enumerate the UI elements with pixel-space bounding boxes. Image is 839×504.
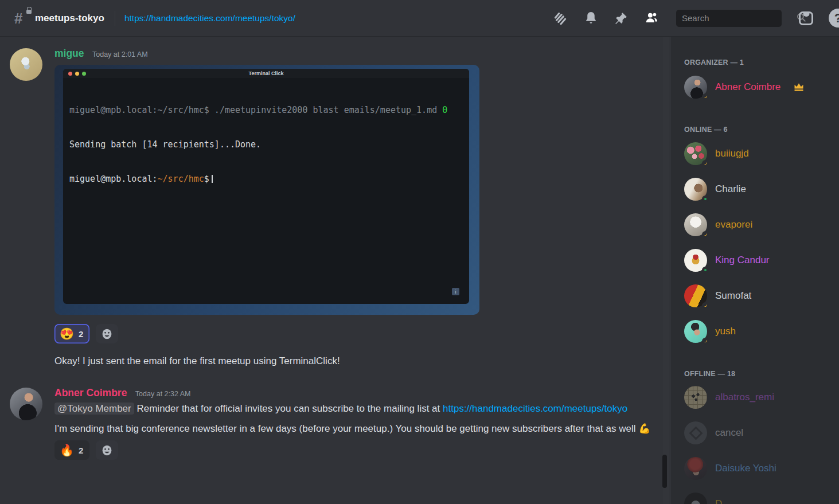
chat-scrollbar-thumb[interactable] [662, 455, 667, 488]
search-bar [676, 10, 782, 27]
header-toolbar: ? [537, 9, 839, 28]
avatar-yush [684, 320, 707, 343]
terminal-body: miguel@mpb.local:~/src/hmc$ ./meetupinvi… [63, 78, 469, 304]
member-name: King Candur [715, 255, 770, 266]
member-row-daisuke-yoshi[interactable]: Daisuke Yoshi [684, 456, 839, 480]
add-reaction-button[interactable] [96, 440, 118, 460]
fire-emoji: 🔥 [60, 444, 74, 456]
member-name: albatros_remi [715, 392, 774, 403]
terminal-line-3: miguel@mpb.local:~/src/hmc$ [69, 173, 463, 185]
member-row-abner[interactable]: Abner Coimbre [684, 75, 839, 99]
discord-app: # meetups-tokyo https://handmadecities.c… [0, 0, 839, 504]
idle-status-icon [702, 338, 709, 345]
message-text-abner-2: I'm sending that big conference newslett… [54, 420, 654, 437]
member-name: cancel [715, 427, 743, 439]
reaction-count: 2 [79, 329, 83, 339]
avatar-daisuke-yoshi [684, 457, 707, 480]
reaction-count: 2 [79, 446, 83, 455]
member-name: Daisuke Yoshi [715, 463, 776, 474]
message-text-migue: Okay! I just sent the email for the firs… [54, 354, 671, 368]
member-row-king-candur[interactable]: King Candur [684, 248, 839, 272]
avatar-evaporei [684, 213, 707, 236]
smiley-add-reaction-icon [101, 328, 113, 340]
header-divider [115, 11, 115, 26]
section-organizer: ORGANIZER — 1 [684, 58, 839, 68]
threads-icon[interactable] [553, 11, 568, 26]
message-text-abner-1: @Tokyo Member Reminder that for official… [54, 400, 654, 417]
message-link[interactable]: https://handmadecities.com/meetups/tokyo [443, 403, 627, 414]
chat-scrollbar-track[interactable] [663, 37, 669, 504]
avatar-abner [684, 76, 707, 99]
terminal-titlebar: Terminal Click [63, 69, 469, 78]
message-group-abner: Abner Coimbre Today at 2:32 AM @Tokyo Me… [0, 386, 671, 460]
pin-icon[interactable] [614, 11, 629, 26]
crown-icon [793, 81, 805, 93]
timestamp: Today at 2:32 AM [135, 390, 191, 398]
reaction-heart-eyes[interactable]: 😍 2 [54, 324, 89, 343]
member-row-sumofat[interactable]: Sumofat [684, 284, 839, 308]
member-row-albatros-remi[interactable]: albatros_remi [684, 385, 839, 409]
search-input[interactable] [682, 13, 796, 23]
terminal-info-badge: i [452, 288, 459, 295]
timestamp: Today at 2:01 AM [92, 50, 148, 58]
main-area: migue Today at 2:01 AM Terminal Click [0, 37, 839, 504]
avatar-buiiugjd [684, 142, 707, 165]
reaction-fire[interactable]: 🔥 2 [54, 440, 89, 460]
section-offline: OFFLINE — 18 [684, 370, 839, 379]
member-row-yush[interactable]: yush [684, 319, 839, 343]
member-row-evaporei[interactable]: evaporei [684, 213, 839, 237]
chat-messages-area: migue Today at 2:01 AM Terminal Click [0, 37, 671, 504]
member-list-icon[interactable] [644, 11, 659, 26]
avatar-albatros-remi [684, 386, 707, 409]
member-row-cancel[interactable]: cancel [684, 421, 839, 445]
idle-status-icon [702, 160, 709, 167]
member-name: Sumofat [715, 290, 751, 302]
add-reaction-button[interactable] [96, 324, 118, 343]
member-row-charlie[interactable]: Charlie [684, 177, 839, 201]
avatar-king-candur [684, 249, 707, 272]
help-icon[interactable]: ? [829, 9, 839, 28]
notifications-bell-icon[interactable] [583, 11, 598, 26]
member-list-sidebar: ORGANIZER — 1 Abner Coimbre ONLINE — 6 b… [671, 37, 839, 504]
smiley-add-reaction-icon [101, 444, 113, 456]
section-online: ONLINE — 6 [684, 126, 839, 135]
avatar-abner[interactable] [10, 388, 42, 420]
online-status-icon [702, 267, 709, 274]
terminal-line-2: Sending batch [14 recipients]...Done. [69, 139, 463, 150]
online-status-icon [702, 196, 709, 202]
member-row-buiiugjd[interactable]: buiiugjd [684, 142, 839, 166]
hash-lock-icon: # [14, 10, 29, 27]
inbox-icon[interactable] [799, 11, 813, 25]
member-name: yush [715, 326, 736, 337]
avatar-cancel [684, 421, 707, 444]
avatar-migue[interactable] [10, 48, 42, 81]
message-group-migue: migue Today at 2:01 AM Terminal Click [0, 47, 671, 368]
reactions-row: 🔥 2 [54, 440, 671, 460]
channel-header: # meetups-tokyo https://handmadecities.c… [0, 0, 839, 37]
member-name: Abner Coimbre [715, 81, 781, 93]
username-abner[interactable]: Abner Coimbre [54, 387, 127, 398]
member-name: D [715, 498, 722, 504]
attachment-terminal-screenshot[interactable]: Terminal Click miguel@mpb.local:~/src/hm… [54, 65, 479, 315]
avatar-sumofat [684, 284, 707, 307]
member-name: evaporei [715, 219, 752, 230]
terminal-line-1: miguel@mpb.local:~/src/hmc$ ./meetupinvi… [69, 104, 463, 116]
idle-status-icon [702, 302, 709, 309]
terminal-window: Terminal Click miguel@mpb.local:~/src/hm… [63, 69, 469, 304]
idle-status-icon [702, 231, 709, 238]
username-migue[interactable]: migue [54, 48, 84, 59]
avatar-partial-member [684, 493, 707, 504]
member-row-partial[interactable]: D [684, 492, 839, 504]
terminal-title: Terminal Click [63, 71, 469, 76]
heart-eyes-emoji: 😍 [60, 328, 74, 339]
member-name: Charlie [715, 183, 746, 195]
channel-topic-link[interactable]: https://handmadecities.com/meetups/tokyo… [124, 13, 295, 24]
idle-status-icon [702, 93, 709, 100]
terminal-cursor [212, 175, 213, 183]
message-header: migue Today at 2:01 AM [54, 47, 671, 61]
reactions-row: 😍 2 [54, 324, 671, 343]
message-header: Abner Coimbre Today at 2:32 AM [54, 386, 671, 400]
role-mention[interactable]: @Tokyo Member [54, 403, 134, 415]
channel-name: meetups-tokyo [35, 13, 104, 24]
member-name: buiiugjd [715, 148, 749, 159]
